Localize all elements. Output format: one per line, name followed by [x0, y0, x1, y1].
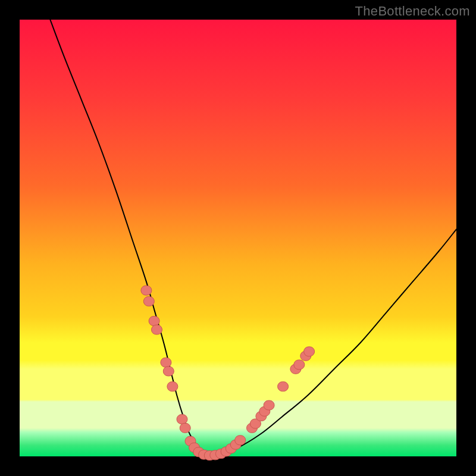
curve-marker: [294, 360, 305, 369]
curve-marker: [177, 415, 187, 424]
curve-marker: [235, 436, 246, 445]
bottleneck-chart: [0, 0, 476, 476]
curve-marker: [143, 296, 154, 306]
curve-marker: [304, 347, 315, 356]
curve-marker: [152, 325, 162, 334]
curve-marker: [141, 286, 152, 295]
curve-marker: [264, 400, 274, 410]
chart-frame: TheBottleneck.com: [0, 0, 476, 476]
curve-marker: [149, 317, 159, 326]
curve-marker: [161, 358, 171, 367]
plot-area: [20, 20, 456, 456]
curve-marker: [180, 423, 190, 433]
watermark-label: TheBottleneck.com: [355, 4, 470, 19]
curve-marker: [167, 382, 178, 392]
curve-marker: [163, 367, 174, 376]
curve-marker: [278, 382, 289, 392]
